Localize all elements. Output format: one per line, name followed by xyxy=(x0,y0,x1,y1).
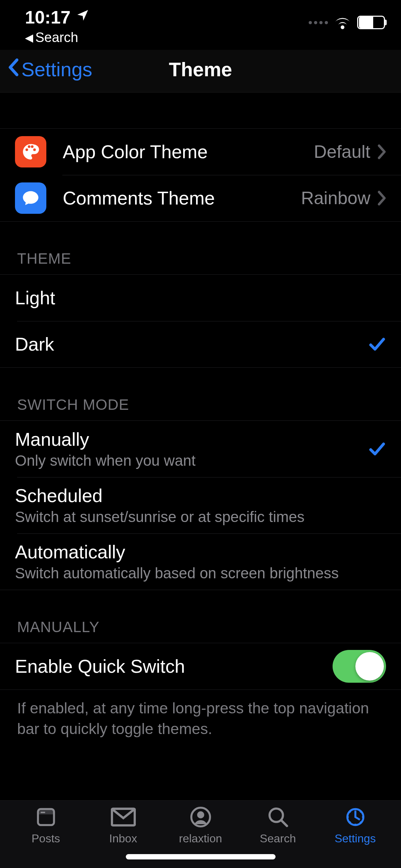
tab-label: Inbox xyxy=(109,832,137,845)
row-enable-quick-switch[interactable]: Enable Quick Switch xyxy=(0,643,401,689)
section-footer-manually: If enabled, at any time long-press the t… xyxy=(0,690,401,750)
section-header-switch-mode: Switch Mode xyxy=(0,368,401,420)
svg-rect-1 xyxy=(38,809,54,815)
row-label: Light xyxy=(15,287,386,309)
tab-settings[interactable]: Settings xyxy=(317,806,394,868)
chevron-right-icon xyxy=(377,191,386,206)
row-label: App Color Theme xyxy=(63,141,314,162)
breadcrumb-back-to-app[interactable]: ◀ Search xyxy=(25,30,90,45)
svg-line-14 xyxy=(360,822,362,823)
svg-line-15 xyxy=(349,822,351,823)
row-label: Scheduled xyxy=(15,485,386,506)
chevron-left-icon xyxy=(7,58,19,81)
battery-icon xyxy=(357,16,385,29)
status-bar: 10:17 ◀ Search xyxy=(0,0,401,50)
cellular-icon xyxy=(309,21,328,24)
svg-line-13 xyxy=(349,811,351,812)
status-time: 10:17 xyxy=(25,7,71,28)
caret-left-icon: ◀ xyxy=(25,31,33,44)
home-indicator[interactable] xyxy=(126,854,276,859)
row-sublabel: Only switch when you want xyxy=(15,452,368,469)
wifi-icon xyxy=(334,16,351,29)
row-switch-scheduled[interactable]: Scheduled Switch at sunset/sunrise or at… xyxy=(0,477,401,533)
quick-switch-toggle[interactable] xyxy=(333,650,386,683)
checkmark-icon xyxy=(368,442,386,456)
breadcrumb-app-label: Search xyxy=(35,30,78,45)
profile-icon xyxy=(188,806,213,828)
nav-bar: Settings Theme xyxy=(0,50,401,93)
palette-icon xyxy=(15,136,46,167)
checkmark-icon xyxy=(368,337,386,351)
back-button[interactable]: Settings xyxy=(7,58,92,81)
row-comments-theme[interactable]: Comments Theme Rainbow xyxy=(0,175,401,221)
inbox-icon xyxy=(111,806,136,828)
svg-point-5 xyxy=(197,811,204,818)
row-value: Default xyxy=(314,141,370,162)
tab-posts[interactable]: Posts xyxy=(7,806,84,868)
tab-label: Posts xyxy=(31,832,60,845)
back-label: Settings xyxy=(21,58,92,81)
search-icon xyxy=(266,806,291,828)
location-icon xyxy=(76,8,90,26)
svg-line-16 xyxy=(360,811,362,812)
row-sublabel: Switch at sunset/sunrise or at specific … xyxy=(15,508,386,526)
chevron-right-icon xyxy=(377,144,386,159)
row-switch-manually[interactable]: Manually Only switch when you want xyxy=(0,421,401,477)
posts-icon xyxy=(34,806,58,828)
svg-line-7 xyxy=(282,821,287,826)
row-label: Dark xyxy=(15,334,368,355)
tab-label: Settings xyxy=(335,832,376,845)
tab-label: relaxtion xyxy=(179,832,222,845)
row-label: Enable Quick Switch xyxy=(15,656,333,677)
row-label: Manually xyxy=(15,429,368,450)
row-value: Rainbow xyxy=(301,188,370,208)
section-header-manually: Manually xyxy=(0,590,401,643)
svg-rect-2 xyxy=(41,812,45,813)
row-sublabel: Switch automatically based on screen bri… xyxy=(15,565,386,582)
row-switch-automatically[interactable]: Automatically Switch automatically based… xyxy=(0,533,401,590)
tab-label: Search xyxy=(260,832,296,845)
section-header-theme: Theme xyxy=(0,222,401,274)
gear-icon xyxy=(343,806,368,828)
row-app-color-theme[interactable]: App Color Theme Default xyxy=(0,129,401,175)
comment-icon xyxy=(15,182,46,214)
row-label: Comments Theme xyxy=(63,187,301,209)
row-theme-light[interactable]: Light xyxy=(0,275,401,321)
row-theme-dark[interactable]: Dark xyxy=(0,321,401,367)
row-label: Automatically xyxy=(15,541,386,563)
